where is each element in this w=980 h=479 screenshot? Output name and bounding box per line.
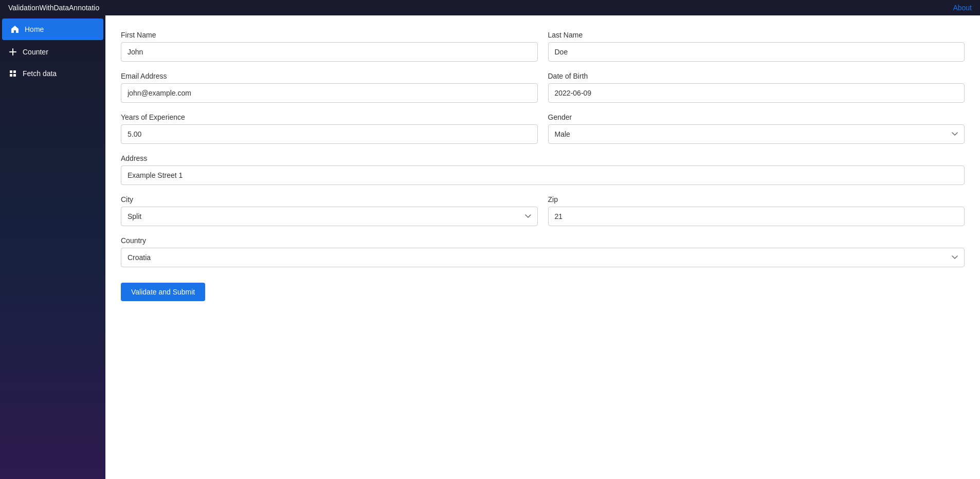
zip-input[interactable] (548, 207, 965, 226)
gender-label: Gender (548, 113, 965, 121)
row-city-zip: City Split Zagreb Rijeka Osijek Zip (121, 195, 965, 226)
home-icon (10, 25, 20, 34)
row-email-dob: Email Address Date of Birth (121, 72, 965, 103)
address-label: Address (121, 154, 965, 162)
last-name-input[interactable] (548, 42, 965, 62)
first-name-group: First Name (121, 31, 538, 62)
plus-icon (8, 47, 17, 57)
country-row: Country Croatia Germany USA France Italy (121, 236, 965, 267)
gender-select[interactable]: Male Female Other (548, 124, 965, 144)
last-name-group: Last Name (548, 31, 965, 62)
svg-rect-3 (13, 74, 16, 77)
dob-label: Date of Birth (548, 72, 965, 80)
email-input[interactable] (121, 83, 538, 103)
svg-rect-2 (10, 74, 12, 77)
main-layout: Home Counter Fetch data (0, 15, 980, 479)
navbar: ValidationWithDataAnnotatio About (0, 0, 980, 15)
first-name-input[interactable] (121, 42, 538, 62)
zip-label: Zip (548, 195, 965, 204)
row-name: First Name Last Name (121, 31, 965, 62)
country-label: Country (121, 236, 965, 245)
navbar-brand: ValidationWithDataAnnotatio (8, 4, 99, 12)
sidebar-item-fetch-data[interactable]: Fetch data (0, 63, 105, 84)
email-group: Email Address (121, 72, 538, 103)
years-exp-label: Years of Experience (121, 113, 538, 121)
city-group: City Split Zagreb Rijeka Osijek (121, 195, 538, 226)
city-label: City (121, 195, 538, 204)
last-name-label: Last Name (548, 31, 965, 39)
first-name-label: First Name (121, 31, 538, 39)
svg-rect-0 (10, 70, 12, 73)
city-select[interactable]: Split Zagreb Rijeka Osijek (121, 207, 538, 226)
dob-group: Date of Birth (548, 72, 965, 103)
zip-group: Zip (548, 195, 965, 226)
address-row: Address (121, 154, 965, 185)
address-input[interactable] (121, 165, 965, 185)
country-select[interactable]: Croatia Germany USA France Italy (121, 248, 965, 267)
sidebar-item-home-label: Home (25, 25, 44, 33)
row-exp-gender: Years of Experience Gender Male Female O… (121, 113, 965, 144)
sidebar-item-fetch-label: Fetch data (23, 69, 57, 78)
about-link[interactable]: About (953, 4, 972, 12)
years-exp-group: Years of Experience (121, 113, 538, 144)
dob-input[interactable] (548, 83, 965, 103)
svg-rect-1 (13, 70, 16, 73)
years-exp-input[interactable] (121, 124, 538, 144)
sidebar: Home Counter Fetch data (0, 15, 105, 479)
email-label: Email Address (121, 72, 538, 80)
gender-group: Gender Male Female Other (548, 113, 965, 144)
validate-submit-button[interactable]: Validate and Submit (121, 283, 205, 301)
grid-icon (8, 69, 17, 78)
content-area: First Name Last Name Email Address Date … (105, 15, 980, 479)
sidebar-item-counter[interactable]: Counter (0, 41, 105, 63)
sidebar-item-home[interactable]: Home (2, 19, 103, 40)
sidebar-item-counter-label: Counter (23, 48, 48, 56)
